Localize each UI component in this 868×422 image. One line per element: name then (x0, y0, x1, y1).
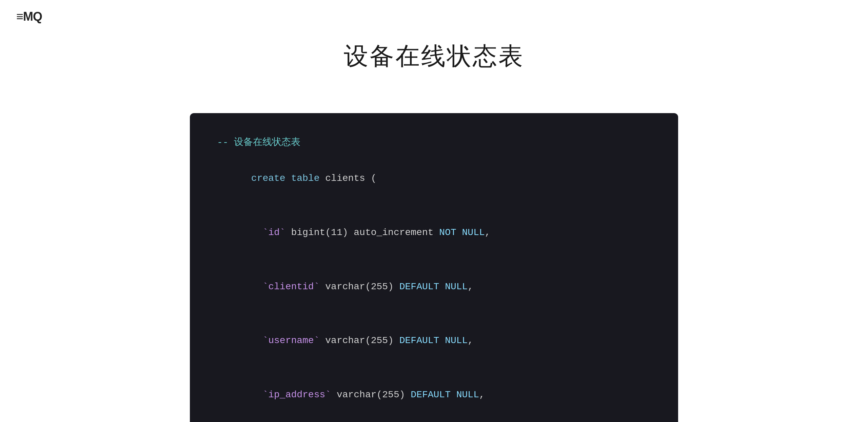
code-line-id: `id` bigint(11) auto_increment NOT NULL, (217, 206, 651, 260)
content-area: -- 设备在线状态表 create table clients ( `id` b… (0, 113, 868, 422)
code-line-ipaddress: `ip_address` varchar(255) DEFAULT NULL, (217, 367, 651, 422)
code-line-clientid: `clientid` varchar(255) DEFAULT NULL, (217, 259, 651, 314)
code-block: -- 设备在线状态表 create table clients ( `id` b… (190, 113, 678, 422)
code-line-username: `username` varchar(255) DEFAULT NULL, (217, 314, 651, 368)
top-bar: ≡MQ (0, 0, 868, 33)
page-title: 设备在线状态表 (344, 40, 524, 72)
page-title-area: 设备在线状态表 (0, 40, 868, 72)
code-create: create table clients ( (217, 151, 651, 206)
logo: ≡MQ (16, 9, 42, 24)
code-comment: -- 设备在线状态表 (217, 133, 651, 151)
